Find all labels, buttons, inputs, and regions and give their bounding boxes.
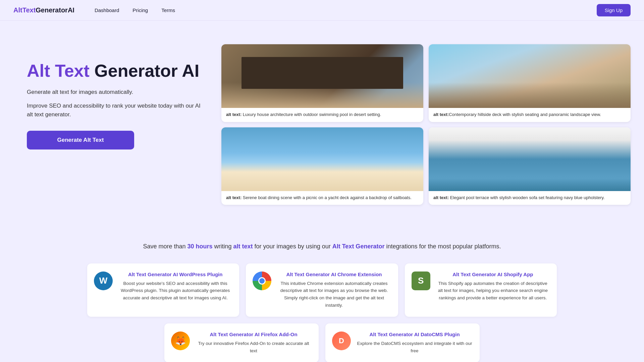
image-desert-house <box>221 44 423 108</box>
image-card-4: alt text: Elegant pool terrace with styl… <box>429 127 631 205</box>
shopify-icon: S <box>412 272 430 290</box>
chrome-desc: This intuitive Chrome extension automati… <box>277 280 391 309</box>
wordpress-title: Alt Text Generator AI WordPress Plugin <box>118 272 232 277</box>
hero-title: Alt Text Generator AI <box>27 61 201 81</box>
headline-mid: writing <box>213 243 233 250</box>
chrome-title: Alt Text Generator AI Chrome Extension <box>277 272 391 277</box>
caption-text-2: Contemporary hillside deck with stylish … <box>449 112 601 117</box>
alt-label-3: alt text: <box>226 195 241 200</box>
hero-title-purple: Alt Text <box>27 61 90 80</box>
wordpress-content: Alt Text Generator AI WordPress Plugin B… <box>118 272 232 302</box>
headline-mid2: for your images by using our <box>253 243 332 250</box>
integration-cards-row1: W Alt Text Generator AI WordPress Plugin… <box>87 263 557 317</box>
hero-description: Improve SEO and accessibility to rank yo… <box>27 102 201 119</box>
image-caption-1: alt text: Luxury house architecture with… <box>221 108 423 122</box>
hero-title-black: Generator AI <box>90 61 200 80</box>
firefox-title: Alt Text Generator AI Firefox Add-On <box>195 331 312 337</box>
wordpress-desc: Boost your website's SEO and accessibili… <box>118 280 232 302</box>
image-caption-3: alt text: Serene boat dining scene with … <box>221 191 423 205</box>
alt-label-2: alt text: <box>433 112 449 117</box>
nav-dashboard[interactable]: Dashboard <box>95 7 119 13</box>
integration-card-wordpress[interactable]: W Alt Text Generator AI WordPress Plugin… <box>87 263 239 317</box>
alt-label-4: alt text: <box>433 195 449 200</box>
integrations-section: Save more than 30 hours writing alt text… <box>0 225 644 362</box>
headline-hours: 30 hours <box>187 243 213 250</box>
chrome-icon <box>253 272 271 290</box>
image-caption-4: alt text: Elegant pool terrace with styl… <box>429 191 631 205</box>
image-hillside <box>429 44 631 108</box>
image-card-3: alt text: Serene boat dining scene with … <box>221 127 423 205</box>
caption-text-1: Luxury house architecture with outdoor s… <box>241 112 381 117</box>
datocms-content: Alt Text Generator AI DatoCMS Plugin Exp… <box>356 331 473 354</box>
caption-text-3: Serene boat dining scene with a picnic o… <box>241 195 412 200</box>
hero-left: Alt Text Generator AI Generate alt text … <box>27 41 201 149</box>
chrome-content: Alt Text Generator AI Chrome Extension T… <box>277 272 391 309</box>
shopify-desc: This Shopify app automates the creation … <box>436 280 550 302</box>
wordpress-icon: W <box>94 272 113 290</box>
hero-section: Alt Text Generator AI Generate alt text … <box>0 21 644 225</box>
firefox-icon: 🦊 <box>171 331 190 350</box>
integration-card-chrome[interactable]: Alt Text Generator AI Chrome Extension T… <box>246 263 398 317</box>
headline-suffix: integrations for the most popular platfo… <box>384 243 501 250</box>
signup-button[interactable]: Sign Up <box>597 4 631 16</box>
image-card-2: alt text:Contemporary hillside deck with… <box>429 44 631 122</box>
headline-alt: alt text <box>233 243 253 250</box>
firefox-desc: Try our innovative Firefox Add-On to cre… <box>195 340 312 354</box>
shopify-content: Alt Text Generator AI Shopify App This S… <box>436 272 550 302</box>
hero-subtitle: Generate alt text for images automatical… <box>27 88 201 97</box>
alt-label-1: alt text: <box>226 112 241 117</box>
chrome-center <box>258 277 266 285</box>
firefox-content: Alt Text Generator AI Firefox Add-On Try… <box>195 331 312 354</box>
integration-card-shopify[interactable]: S Alt Text Generator AI Shopify App This… <box>405 263 557 317</box>
headline-prefix: Save more than <box>143 243 187 250</box>
nav-pricing[interactable]: Pricing <box>132 7 148 13</box>
integration-cards-row2: 🦊 Alt Text Generator AI Firefox Add-On T… <box>164 323 480 362</box>
integration-card-datocms[interactable]: D Alt Text Generator AI DatoCMS Plugin E… <box>325 323 480 362</box>
image-pool <box>429 127 631 191</box>
image-boat <box>221 127 423 191</box>
shopify-title: Alt Text Generator AI Shopify App <box>436 272 550 277</box>
logo[interactable]: AltTextGeneratorAI <box>13 6 74 14</box>
nav-terms[interactable]: Terms <box>161 7 175 13</box>
caption-text-4: Elegant pool terrace with stylish wooden… <box>449 195 604 200</box>
hero-image-grid: alt text: Luxury house architecture with… <box>221 41 631 205</box>
navbar: AltTextGeneratorAI Dashboard Pricing Ter… <box>0 0 644 21</box>
datocms-title: Alt Text Generator AI DatoCMS Plugin <box>356 331 473 337</box>
nav-links: Dashboard Pricing Terms <box>95 7 597 13</box>
headline-generator: Alt Text Generator <box>332 243 385 250</box>
logo-generator: Generator <box>36 6 68 14</box>
image-card-1: alt text: Luxury house architecture with… <box>221 44 423 122</box>
integrations-headline: Save more than 30 hours writing alt text… <box>13 242 631 251</box>
logo-alt: AltText <box>13 6 36 14</box>
generate-alt-text-button[interactable]: Generate Alt Text <box>27 131 134 149</box>
datocms-desc: Explore the DatoCMS ecosystem and integr… <box>356 340 473 354</box>
image-caption-2: alt text:Contemporary hillside deck with… <box>429 108 631 122</box>
logo-ai: AI <box>68 6 74 14</box>
integration-card-firefox[interactable]: 🦊 Alt Text Generator AI Firefox Add-On T… <box>164 323 319 362</box>
datocms-icon: D <box>332 331 351 350</box>
